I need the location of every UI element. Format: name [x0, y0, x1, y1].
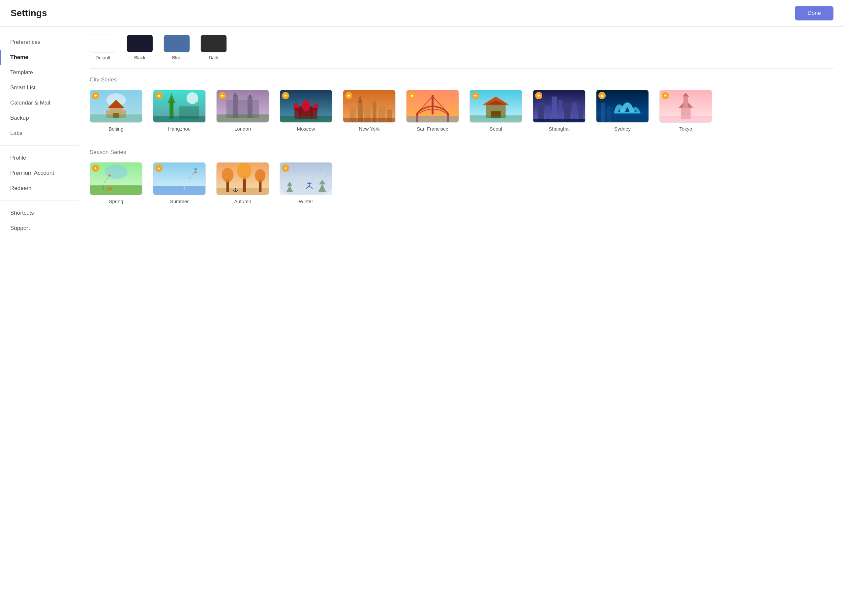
- svg-rect-45: [432, 95, 434, 114]
- sidebar-item-shortcuts[interactable]: Shortcuts: [0, 205, 79, 221]
- done-button[interactable]: Done: [795, 6, 834, 21]
- theme-name-spring: Spring: [109, 198, 123, 204]
- sidebar-item-labs[interactable]: Labs: [0, 126, 79, 141]
- theme-item-seoul[interactable]: ★ Seoul: [469, 90, 522, 132]
- sidebar-item-redeem[interactable]: Redeem: [0, 181, 79, 196]
- svg-rect-46: [406, 116, 459, 123]
- sidebar-group-other: ShortcutsSupport: [0, 205, 79, 236]
- premium-badge-sydney: ★: [598, 92, 606, 99]
- premium-badge-winter: ★: [282, 164, 289, 172]
- premium-badge-shanghai: ★: [535, 92, 542, 99]
- svg-point-80: [104, 164, 127, 179]
- sidebar-item-backup[interactable]: Backup: [0, 110, 79, 126]
- sidebar-divider-2: [0, 201, 79, 201]
- theme-item-blue[interactable]: Blue: [164, 35, 190, 60]
- svg-rect-66: [614, 112, 640, 113]
- svg-point-107: [237, 163, 251, 179]
- svg-rect-7: [90, 114, 142, 123]
- theme-thumb-sydney: ★: [596, 90, 649, 123]
- theme-item-sydney[interactable]: ★ Sydney: [596, 90, 649, 132]
- sidebar-group-account: ProfilePremium AccountRedeem: [0, 150, 79, 196]
- svg-rect-76: [660, 116, 712, 123]
- theme-thumb-shanghai: ★: [533, 90, 586, 123]
- svg-rect-57: [552, 97, 557, 123]
- theme-name-shanghai: Shanghai: [549, 126, 569, 132]
- city-series-section: City Series ★ Beijing★ Hangzhou★ London★: [90, 76, 834, 132]
- premium-badge-tokyo: ★: [662, 92, 669, 99]
- sidebar-divider-1: [0, 145, 79, 146]
- theme-thumb-london: ★: [216, 90, 269, 123]
- theme-thumb-newyork: ★: [343, 90, 396, 123]
- theme-name-autumn: Autumn: [234, 198, 251, 204]
- premium-badge-london: ★: [218, 92, 226, 99]
- premium-badge-seoul: ★: [472, 92, 479, 99]
- sidebar-item-theme[interactable]: Theme: [0, 50, 79, 65]
- svg-rect-21: [217, 114, 269, 123]
- theme-swatch-black: [127, 35, 153, 53]
- premium-badge-hangzhou: ★: [155, 92, 163, 99]
- svg-rect-92: [153, 186, 205, 195]
- sidebar-item-smart-list[interactable]: Smart List: [0, 80, 79, 95]
- theme-thumb-autumn: [216, 162, 269, 195]
- theme-name-hangzhou: Hangzhou: [168, 126, 190, 132]
- top-themes-row: Default Black Blue Dark: [90, 35, 834, 69]
- svg-rect-17: [233, 95, 238, 118]
- theme-thumb-beijing: ★: [90, 90, 142, 123]
- svg-rect-68: [601, 103, 605, 123]
- premium-badge-newyork: ★: [345, 92, 352, 99]
- svg-point-24: [302, 100, 310, 112]
- svg-point-9: [187, 92, 198, 104]
- svg-rect-69: [607, 106, 612, 122]
- theme-swatch-blue: [164, 35, 190, 53]
- theme-item-moscow[interactable]: ★ Moscow: [280, 90, 332, 132]
- premium-badge-moscow: ★: [282, 92, 289, 99]
- svg-point-109: [255, 169, 266, 182]
- svg-rect-63: [533, 119, 585, 123]
- theme-item-spring[interactable]: ★ Spring: [90, 162, 142, 204]
- theme-item-autumn[interactable]: Autumn: [216, 162, 269, 204]
- season-series-title: Season Series: [90, 149, 834, 155]
- svg-rect-39: [343, 118, 395, 123]
- theme-name-tokyo: Tokyo: [679, 126, 692, 132]
- sidebar-item-template[interactable]: Template: [0, 65, 79, 80]
- theme-item-beijing[interactable]: ★ Beijing: [90, 90, 142, 132]
- theme-item-newyork[interactable]: ★ New York: [343, 90, 396, 132]
- main-layout: PreferencesThemeTemplateSmart ListCalend…: [0, 27, 844, 616]
- premium-badge-summer: ★: [155, 164, 163, 172]
- content-area: Default Black Blue Dark City Series: [79, 27, 844, 616]
- theme-item-default[interactable]: Default: [90, 35, 116, 60]
- theme-name-winter: Winter: [299, 198, 313, 204]
- theme-name-sanfrancisco: San Francisco: [417, 126, 448, 132]
- theme-swatch-default: [90, 35, 116, 53]
- sidebar-item-premium-account[interactable]: Premium Account: [0, 166, 79, 181]
- sidebar-group-settings: PreferencesThemeTemplateSmart ListCalend…: [0, 35, 79, 141]
- svg-rect-19: [234, 93, 236, 97]
- svg-text:❄: ❄: [325, 173, 328, 176]
- theme-name-beijing: Beijing: [108, 126, 123, 132]
- sidebar-item-profile[interactable]: Profile: [0, 150, 79, 166]
- theme-item-dark[interactable]: Dark: [201, 35, 227, 60]
- svg-rect-53: [470, 116, 522, 123]
- city-theme-grid: ★ Beijing★ Hangzhou★ London★: [90, 90, 834, 132]
- theme-label-blue: Blue: [172, 55, 181, 60]
- theme-item-sanfrancisco[interactable]: ★ San Francisco: [406, 90, 459, 132]
- theme-item-shanghai[interactable]: ★ Shanghai: [533, 90, 586, 132]
- theme-name-summer: Summer: [170, 198, 189, 204]
- theme-item-winter[interactable]: ★ ❄ ❄ ❄ ❄ Winter: [280, 162, 332, 204]
- premium-badge-spring: ★: [92, 164, 99, 172]
- theme-item-summer[interactable]: ★ Summer: [153, 162, 206, 204]
- premium-badge-sanfrancisco: ★: [409, 92, 416, 99]
- sidebar-item-support[interactable]: Support: [0, 221, 79, 236]
- sidebar-item-preferences[interactable]: Preferences: [0, 35, 79, 50]
- svg-point-88: [107, 187, 112, 190]
- theme-label-default: Default: [95, 55, 110, 60]
- theme-item-london[interactable]: ★ London: [216, 90, 269, 132]
- theme-name-sydney: Sydney: [614, 126, 631, 132]
- svg-point-105: [222, 168, 234, 182]
- theme-item-black[interactable]: Black: [127, 35, 153, 60]
- theme-item-tokyo[interactable]: ★ Tokyo: [659, 90, 712, 132]
- theme-item-hangzhou[interactable]: ★ Hangzhou: [153, 90, 206, 132]
- sidebar-item-calendar-mail[interactable]: Calendar & Mail: [0, 95, 79, 110]
- theme-thumb-hangzhou: ★: [153, 90, 206, 123]
- city-series-title: City Series: [90, 76, 834, 83]
